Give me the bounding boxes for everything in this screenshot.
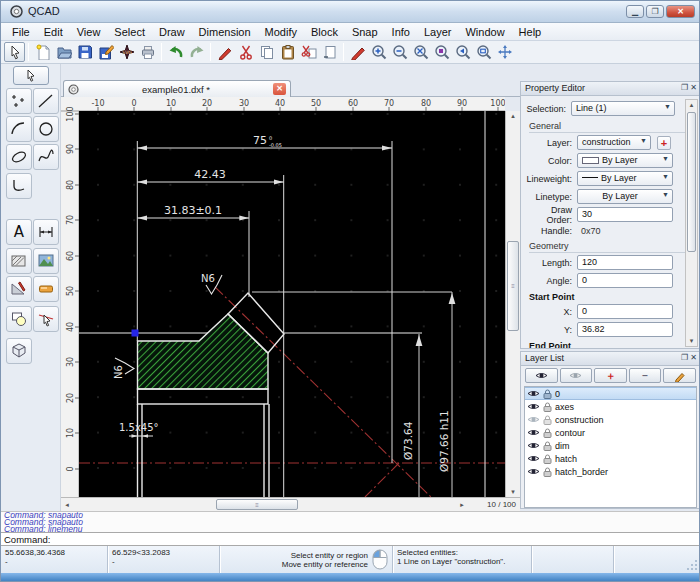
hide-all-layers-button[interactable] — [560, 368, 593, 383]
zoom-page-button[interactable] — [473, 42, 494, 62]
menu-select[interactable]: Select — [107, 25, 152, 39]
draw-order-tools-button[interactable] — [33, 276, 59, 302]
menu-snap[interactable]: Snap — [345, 25, 385, 39]
pan-button[interactable] — [494, 42, 515, 62]
point-tools-button[interactable] — [6, 88, 32, 114]
export-svg-button[interactable]: SVG — [116, 42, 137, 62]
menu-file[interactable]: File — [5, 25, 37, 39]
property-scroll-thumb[interactable] — [687, 112, 696, 252]
paste-button[interactable] — [277, 42, 298, 62]
show-all-layers-button[interactable] — [525, 368, 558, 383]
linetype-combo[interactable]: By Layer▼ — [577, 189, 673, 204]
selection-pointer-button[interactable] — [4, 42, 25, 62]
toolbox-selection-button[interactable] — [13, 66, 49, 85]
panel-float-icon[interactable]: ❐ — [681, 353, 688, 362]
arc-tools-button[interactable] — [6, 116, 32, 142]
cut-button[interactable] — [235, 42, 256, 62]
layer-row-contour[interactable]: contour — [525, 426, 696, 439]
panel-close-icon[interactable]: ✕ — [690, 353, 697, 362]
selection-grip[interactable] — [132, 330, 139, 337]
horizontal-scroll-thumb[interactable]: ≡ — [216, 499, 298, 510]
layer-row-axes[interactable]: axes — [525, 400, 696, 413]
maximize-button[interactable]: ❐ — [646, 5, 664, 18]
spline-tools-button[interactable] — [33, 144, 59, 170]
previous-view-button[interactable] — [452, 42, 473, 62]
undo-button[interactable] — [165, 42, 186, 62]
menu-dimension[interactable]: Dimension — [192, 25, 258, 39]
draw-order-input[interactable]: 30 — [577, 207, 673, 222]
layer-row-construction[interactable]: construction — [525, 413, 696, 426]
panel-float-icon[interactable]: ❐ — [681, 83, 688, 92]
cut-with-reference-button[interactable] — [298, 42, 319, 62]
scroll-up-arrow[interactable]: ▴ — [506, 112, 520, 120]
close-button[interactable]: ✕ — [666, 5, 695, 18]
draw-pencil-button[interactable] — [347, 42, 368, 62]
zoom-in-button[interactable] — [368, 42, 389, 62]
scroll-left-arrow[interactable]: ◂ — [62, 501, 72, 509]
vertical-scroll-thumb[interactable]: ≡ — [507, 241, 519, 331]
layer-list-title[interactable]: Layer List ❐ ✕ — [521, 352, 700, 366]
scroll-down-arrow[interactable]: ▾ — [686, 337, 697, 345]
menu-info[interactable]: Info — [385, 25, 417, 39]
text-tool-button[interactable]: A — [6, 219, 32, 245]
property-editor-scrollbar[interactable]: ▴ ▾ — [685, 99, 698, 347]
layer-row-hatch[interactable]: hatch — [525, 452, 696, 465]
document-tab[interactable]: example01.dxf * ✕ — [63, 80, 291, 97]
save-button[interactable] — [74, 42, 95, 62]
solid-tools-button[interactable] — [6, 338, 32, 364]
scroll-down-arrow[interactable]: ▾ — [506, 488, 520, 496]
copy-button[interactable] — [256, 42, 277, 62]
save-as-button[interactable] — [95, 42, 116, 62]
open-file-button[interactable] — [53, 42, 74, 62]
ellipse-tools-button[interactable] — [6, 144, 32, 170]
vertical-scrollbar[interactable]: ▴ ≡ ▾ — [505, 111, 520, 497]
edit-pencil-button[interactable] — [214, 42, 235, 62]
zoom-out-button[interactable] — [389, 42, 410, 62]
dimension-tools-button[interactable] — [33, 219, 59, 245]
new-file-button[interactable] — [32, 42, 53, 62]
angle-input[interactable]: 0 — [577, 273, 673, 288]
drawing-canvas[interactable]: -100 1020 3040 5060 7080 90100 — [61, 97, 505, 497]
layer-row-0[interactable]: 0 — [525, 387, 696, 400]
menu-edit[interactable]: Edit — [37, 25, 70, 39]
start-y-input[interactable]: 36.82 — [577, 322, 673, 337]
modify-tools-button[interactable] — [33, 306, 59, 332]
zoom-selection-button[interactable] — [431, 42, 452, 62]
hatch-tool-button[interactable] — [6, 248, 32, 274]
lineweight-combo[interactable]: By Layer▼ — [577, 171, 673, 186]
property-editor-title[interactable]: Property Editor ❐ ✕ — [521, 82, 700, 96]
menu-modify[interactable]: Modify — [258, 25, 304, 39]
add-layer-button[interactable]: + — [657, 136, 671, 150]
circle-tools-button[interactable] — [33, 116, 59, 142]
layer-combo[interactable]: construction▼ — [577, 135, 651, 150]
command-input[interactable]: Command: — [1, 532, 700, 546]
menu-view[interactable]: View — [70, 25, 108, 39]
color-combo[interactable]: By Layer▼ — [577, 153, 673, 168]
menu-block[interactable]: Block — [304, 25, 345, 39]
redo-button[interactable] — [186, 42, 207, 62]
edit-layer-button[interactable] — [663, 368, 696, 383]
menu-layer[interactable]: Layer — [417, 25, 459, 39]
minimize-button[interactable]: ▁ — [626, 5, 644, 18]
auto-zoom-button[interactable] — [410, 42, 431, 62]
length-input[interactable]: 120 — [577, 255, 673, 270]
add-layer-button[interactable]: ＋ — [594, 368, 627, 383]
layer-row-hatch-border[interactable]: hatch_border — [525, 465, 696, 478]
menu-help[interactable]: Help — [512, 25, 549, 39]
remove-layer-button[interactable]: − — [629, 368, 662, 383]
menu-draw[interactable]: Draw — [152, 25, 192, 39]
resize-grip[interactable] — [686, 559, 698, 571]
start-x-input[interactable]: 0 — [577, 304, 673, 319]
scroll-right-arrow[interactable]: ▸ — [457, 501, 467, 509]
measure-tools-button[interactable] — [6, 276, 32, 302]
menu-window[interactable]: Window — [458, 25, 511, 39]
image-tool-button[interactable] — [33, 248, 59, 274]
tab-close-button[interactable]: ✕ — [273, 83, 286, 95]
paste-with-reference-button[interactable] — [319, 42, 340, 62]
horizontal-scrollbar[interactable]: ◂ ≡ ▸ — [61, 497, 468, 511]
title-bar[interactable]: QCAD ▁ ❐ ✕ — [1, 1, 699, 23]
panel-close-icon[interactable]: ✕ — [690, 83, 697, 92]
scroll-up-arrow[interactable]: ▴ — [686, 101, 697, 109]
polyline-tools-button[interactable] — [6, 173, 32, 199]
print-button[interactable] — [137, 42, 158, 62]
